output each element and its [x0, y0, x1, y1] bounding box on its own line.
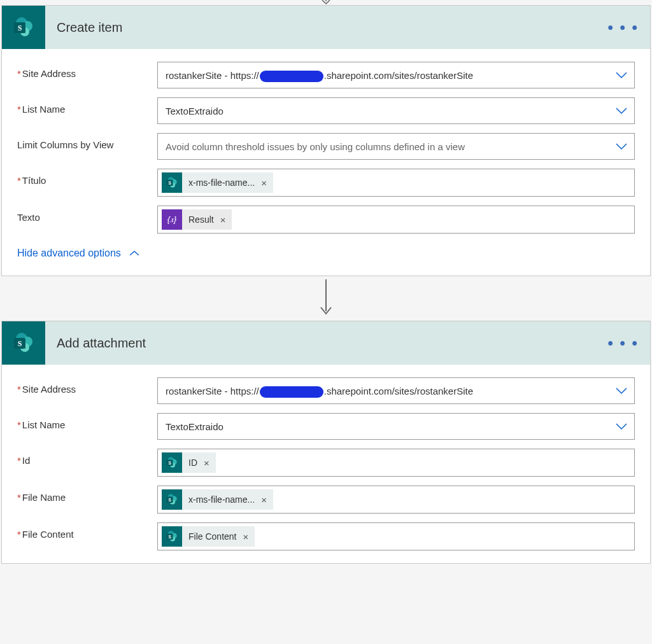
label-list-name: List Name: [17, 413, 157, 430]
input-list-name[interactable]: TextoExtraido: [157, 97, 635, 124]
token-remove-icon[interactable]: ×: [260, 494, 273, 505]
list-name-value: TextoExtraido: [158, 99, 609, 123]
chevron-down-icon[interactable]: [609, 71, 634, 79]
token-result[interactable]: {𝑥} Result ×: [162, 209, 232, 230]
label-site-address: Site Address: [17, 62, 157, 79]
list-name-value: TextoExtraido: [158, 415, 609, 438]
svg-text:S: S: [168, 461, 171, 465]
label-list-name: List Name: [17, 97, 157, 115]
card-menu-button[interactable]: • • •: [596, 18, 650, 36]
label-limit-columns: Limit Columns by View: [17, 133, 157, 150]
svg-text:S: S: [168, 181, 171, 185]
svg-text:S: S: [168, 498, 171, 502]
token-label: Result: [182, 214, 219, 225]
token-remove-icon[interactable]: ×: [260, 178, 273, 188]
sharepoint-icon: S: [162, 489, 182, 510]
card-header[interactable]: S Create item • • •: [2, 6, 650, 49]
input-list-name[interactable]: TextoExtraido: [157, 413, 635, 440]
action-card-add-attachment: S Add attachment • • • Site Address rost…: [1, 321, 651, 564]
card-title: Add attachment: [45, 336, 596, 351]
chevron-down-icon[interactable]: [609, 107, 634, 115]
token-x-ms-file-name[interactable]: S x-ms-file-name... ×: [162, 172, 273, 193]
chevron-down-icon[interactable]: [609, 143, 634, 150]
sharepoint-icon: S: [162, 172, 182, 193]
sharepoint-icon: S: [2, 6, 45, 49]
site-address-suffix: .sharepoint.com/sites/rostankerSite: [324, 70, 473, 81]
sharepoint-icon: S: [2, 321, 45, 365]
chevron-down-icon[interactable]: [609, 423, 634, 430]
label-titulo: Título: [17, 169, 157, 186]
token-id[interactable]: S ID ×: [162, 452, 216, 473]
svg-text:S: S: [18, 339, 22, 348]
token-remove-icon[interactable]: ×: [202, 458, 216, 468]
token-label: x-ms-file-name...: [182, 178, 260, 188]
sharepoint-icon: S: [162, 452, 182, 473]
card-title: Create item: [45, 20, 596, 35]
token-x-ms-file-name[interactable]: S x-ms-file-name... ×: [162, 489, 273, 510]
input-file-content[interactable]: S File Content ×: [157, 522, 635, 550]
action-card-create-item: S Create item • • • Site Address rostank…: [1, 5, 651, 276]
connector-arrow-top: [0, 0, 652, 5]
chevron-down-icon[interactable]: [609, 387, 634, 395]
input-limit-columns[interactable]: Avoid column threshold issues by only us…: [157, 133, 635, 160]
label-file-name: File Name: [17, 486, 157, 503]
chevron-up-icon: [129, 250, 140, 256]
limit-columns-placeholder: Avoid column threshold issues by only us…: [158, 135, 609, 158]
label-site-address: Site Address: [17, 377, 157, 395]
token-label: File Content: [182, 531, 241, 542]
card-menu-button[interactable]: • • •: [596, 334, 650, 352]
input-id[interactable]: S ID ×: [157, 449, 635, 477]
site-address-prefix: rostankerSite - https://: [166, 70, 259, 81]
token-remove-icon[interactable]: ×: [241, 531, 255, 542]
token-label: x-ms-file-name...: [182, 494, 260, 505]
redacted-icon: [260, 71, 323, 82]
label-file-content: File Content: [17, 522, 157, 540]
token-label: ID: [182, 458, 202, 468]
input-texto[interactable]: {𝑥} Result ×: [157, 206, 635, 234]
label-texto: Texto: [17, 206, 157, 223]
label-id: Id: [17, 449, 157, 466]
site-address-prefix: rostankerSite - https://: [166, 386, 259, 396]
site-address-suffix: .sharepoint.com/sites/rostankerSite: [324, 386, 473, 396]
svg-text:S: S: [18, 24, 22, 32]
token-remove-icon[interactable]: ×: [219, 214, 232, 225]
card-header[interactable]: S Add attachment • • •: [2, 321, 650, 365]
input-file-name[interactable]: S x-ms-file-name... ×: [157, 486, 635, 514]
redacted-icon: [260, 386, 323, 398]
expression-icon: {𝑥}: [162, 209, 182, 230]
connector-arrow: [0, 276, 652, 321]
sharepoint-icon: S: [162, 526, 182, 547]
token-file-content[interactable]: S File Content ×: [162, 526, 255, 547]
advanced-toggle-label: Hide advanced options: [17, 248, 121, 259]
input-titulo[interactable]: S x-ms-file-name... ×: [157, 169, 635, 197]
svg-text:S: S: [168, 535, 171, 539]
input-site-address[interactable]: rostankerSite - https://.sharepoint.com/…: [157, 62, 635, 88]
hide-advanced-options-button[interactable]: Hide advanced options: [17, 248, 635, 259]
input-site-address[interactable]: rostankerSite - https://.sharepoint.com/…: [157, 377, 635, 404]
